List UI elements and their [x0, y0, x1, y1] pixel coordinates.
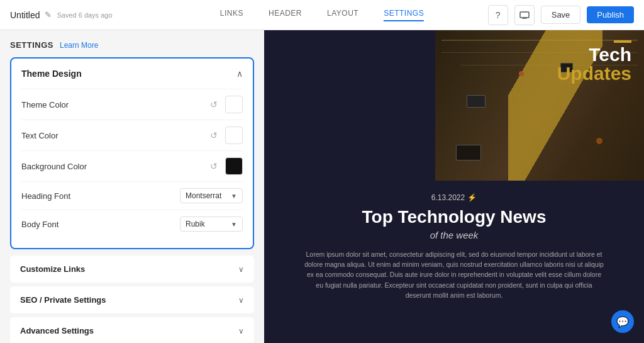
seo-settings-title: SEO / Private Settings — [20, 295, 106, 305]
heading-font-value: Montserrat — [186, 191, 221, 200]
tab-header[interactable]: HEADER — [269, 9, 302, 21]
text-color-controls: ↺ — [208, 127, 243, 144]
learn-more-link[interactable]: Learn More — [60, 41, 98, 50]
tech-subtitle: Updates — [557, 64, 631, 83]
customize-links-section[interactable]: Customize Links ∨ — [10, 256, 254, 283]
theme-color-label: Theme Color — [21, 100, 69, 110]
advanced-settings-section[interactable]: Advanced Settings ∨ — [10, 317, 254, 343]
article-area: 6.13.2022 ⚡ Top Technology News of the w… — [264, 181, 644, 343]
bg-color-controls: ↺ — [208, 157, 243, 175]
heading-font-arrow: ▼ — [231, 193, 237, 200]
save-button[interactable]: Save — [541, 6, 581, 24]
text-color-label: Text Color — [21, 131, 58, 140]
theme-color-swatch[interactable] — [225, 96, 243, 113]
preview-button[interactable] — [514, 5, 535, 25]
tech-title: Tech — [557, 45, 631, 64]
heading-font-row: Heading Font Montserrat ▼ — [21, 181, 243, 210]
bg-color-row: Background Color ↺ — [21, 150, 243, 181]
chat-bubble[interactable]: 💬 — [611, 310, 634, 333]
preview-panel: Tech Updates 6.13.2022 ⚡ Top Technology … — [264, 30, 644, 343]
card-title: Theme Design — [21, 69, 82, 79]
article-subheadline: of the week — [430, 230, 479, 240]
edit-icon[interactable]: ✎ — [45, 10, 52, 20]
tab-settings[interactable]: SETTINGS — [384, 9, 424, 21]
help-button[interactable]: ? — [488, 5, 508, 25]
article-headline: Top Technology News — [362, 207, 547, 227]
theme-color-controls: ↺ — [208, 96, 243, 113]
page-title: Untitled — [10, 10, 40, 20]
chat-icon: 💬 — [616, 316, 629, 328]
body-font-row: Body Font Rubik ▼ — [21, 210, 243, 238]
tech-text-overlay: Tech Updates — [557, 40, 631, 83]
topbar: Untitled ✎ Saved 6 days ago LINKS HEADER… — [0, 0, 644, 30]
article-date-row: 6.13.2022 ⚡ — [431, 193, 477, 202]
bg-color-reset[interactable]: ↺ — [208, 161, 220, 171]
main-content: SETTINGS Learn More Theme Design ∧ Theme… — [0, 30, 644, 343]
customize-links-chevron: ∨ — [238, 265, 244, 274]
lightning-icon: ⚡ — [467, 193, 477, 202]
settings-panel: SETTINGS Learn More Theme Design ∧ Theme… — [0, 30, 264, 343]
customize-links-title: Customize Links — [20, 264, 85, 274]
saved-text: Saved 6 days ago — [57, 11, 112, 19]
bg-color-label: Background Color — [21, 162, 87, 171]
panel-title: SETTINGS — [10, 40, 53, 50]
card-header: Theme Design ∧ — [21, 69, 243, 79]
text-color-row: Text Color ↺ — [21, 120, 243, 150]
body-font-label: Body Font — [21, 220, 58, 229]
text-color-reset[interactable]: ↺ — [208, 130, 220, 140]
tab-layout[interactable]: LAYOUT — [327, 9, 358, 21]
tab-links[interactable]: LINKS — [220, 9, 243, 21]
article-body: Lorem ipsum dolor sit amet, consectetur … — [303, 249, 605, 300]
theme-color-row: Theme Color ↺ — [21, 89, 243, 120]
heading-font-label: Heading Font — [21, 191, 70, 201]
bg-color-swatch[interactable] — [225, 157, 243, 175]
theme-design-card: Theme Design ∧ Theme Color ↺ Text Color … — [10, 57, 254, 249]
heading-font-dropdown[interactable]: Montserrat ▼ — [180, 188, 243, 203]
body-font-value: Rubik — [186, 220, 205, 228]
text-color-swatch[interactable] — [225, 127, 243, 144]
body-font-arrow: ▼ — [231, 221, 237, 228]
topbar-actions: ? Save Publish — [488, 5, 634, 25]
publish-button[interactable]: Publish — [587, 6, 634, 23]
advanced-settings-title: Advanced Settings — [20, 326, 94, 335]
preview-container: Tech Updates 6.13.2022 ⚡ Top Technology … — [264, 30, 644, 343]
topbar-left: Untitled ✎ Saved 6 days ago — [10, 10, 113, 20]
seo-settings-chevron: ∨ — [238, 296, 244, 305]
seo-settings-section[interactable]: SEO / Private Settings ∨ — [10, 286, 254, 313]
collapse-icon[interactable]: ∧ — [236, 69, 243, 79]
tech-accent-bar — [614, 40, 631, 43]
body-font-dropdown[interactable]: Rubik ▼ — [180, 216, 243, 232]
article-date: 6.13.2022 — [431, 193, 465, 202]
nav-tabs: LINKS HEADER LAYOUT SETTINGS — [220, 9, 424, 21]
svg-rect-0 — [520, 12, 529, 18]
advanced-settings-chevron: ∨ — [238, 327, 244, 335]
theme-color-reset[interactable]: ↺ — [208, 99, 220, 110]
panel-header: SETTINGS Learn More — [10, 40, 254, 50]
topbar-tabs: LINKS HEADER LAYOUT SETTINGS — [220, 9, 424, 21]
